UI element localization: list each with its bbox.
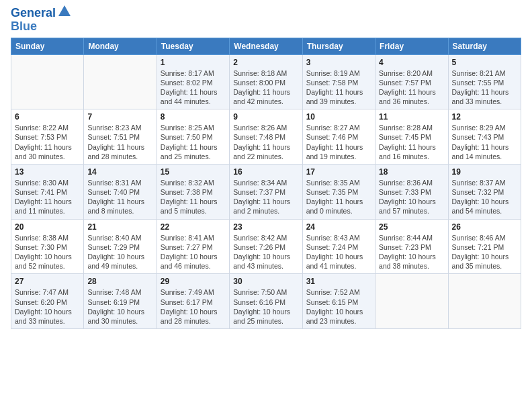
calendar-cell: 1Sunrise: 8:17 AM Sunset: 8:02 PM Daylig… [157, 54, 229, 109]
cell-info: Sunrise: 7:52 AM Sunset: 6:15 PM Dayligh… [306, 287, 371, 326]
svg-marker-0 [58, 5, 71, 16]
day-number: 22 [161, 222, 226, 232]
calendar-cell: 3Sunrise: 8:19 AM Sunset: 7:58 PM Daylig… [302, 54, 375, 109]
day-number: 28 [87, 277, 152, 286]
header: General Blue [11, 7, 521, 34]
cell-info: Sunrise: 8:28 AM Sunset: 7:45 PM Dayligh… [379, 123, 444, 161]
cell-info: Sunrise: 8:18 AM Sunset: 8:00 PM Dayligh… [233, 68, 298, 107]
weekday-header: Tuesday [157, 38, 229, 54]
day-number: 6 [15, 112, 80, 122]
cell-info: Sunrise: 7:50 AM Sunset: 6:16 PM Dayligh… [233, 287, 298, 326]
calendar-cell: 21Sunrise: 8:40 AM Sunset: 7:29 PM Dayli… [84, 219, 157, 274]
day-number: 27 [15, 277, 80, 286]
day-number: 21 [87, 222, 152, 232]
cell-info: Sunrise: 8:27 AM Sunset: 7:46 PM Dayligh… [306, 123, 371, 161]
cell-info: Sunrise: 8:32 AM Sunset: 7:38 PM Dayligh… [161, 178, 226, 216]
calendar-cell: 31Sunrise: 7:52 AM Sunset: 6:15 PM Dayli… [302, 274, 375, 329]
calendar-cell: 22Sunrise: 8:41 AM Sunset: 7:27 PM Dayli… [157, 219, 229, 274]
day-number: 23 [233, 222, 298, 232]
day-number: 2 [233, 58, 298, 67]
weekday-header: Wednesday [230, 38, 302, 54]
calendar-cell: 11Sunrise: 8:28 AM Sunset: 7:45 PM Dayli… [375, 109, 448, 165]
logo: General Blue [11, 7, 72, 34]
cell-info: Sunrise: 7:48 AM Sunset: 6:19 PM Dayligh… [87, 287, 152, 326]
day-number: 5 [452, 58, 517, 67]
calendar-cell: 6Sunrise: 8:22 AM Sunset: 7:53 PM Daylig… [11, 109, 84, 165]
cell-info: Sunrise: 8:20 AM Sunset: 7:57 PM Dayligh… [379, 68, 444, 107]
cell-info: Sunrise: 8:29 AM Sunset: 7:43 PM Dayligh… [452, 123, 517, 161]
day-number: 29 [161, 277, 226, 286]
calendar-cell: 19Sunrise: 8:37 AM Sunset: 7:32 PM Dayli… [448, 164, 521, 219]
day-number: 17 [306, 167, 371, 177]
cell-info: Sunrise: 7:49 AM Sunset: 6:17 PM Dayligh… [161, 287, 226, 326]
calendar-cell: 10Sunrise: 8:27 AM Sunset: 7:46 PM Dayli… [302, 109, 375, 165]
calendar-week-row: 20Sunrise: 8:38 AM Sunset: 7:30 PM Dayli… [11, 219, 521, 274]
calendar-cell: 9Sunrise: 8:26 AM Sunset: 7:48 PM Daylig… [230, 109, 302, 165]
calendar-cell: 8Sunrise: 8:25 AM Sunset: 7:50 PM Daylig… [157, 109, 229, 165]
calendar-cell: 27Sunrise: 7:47 AM Sunset: 6:20 PM Dayli… [11, 274, 84, 329]
calendar-cell: 20Sunrise: 8:38 AM Sunset: 7:30 PM Dayli… [11, 219, 84, 274]
cell-info: Sunrise: 8:38 AM Sunset: 7:30 PM Dayligh… [15, 233, 80, 271]
cell-info: Sunrise: 8:40 AM Sunset: 7:29 PM Dayligh… [87, 233, 152, 271]
day-number: 3 [306, 58, 371, 67]
calendar-cell: 12Sunrise: 8:29 AM Sunset: 7:43 PM Dayli… [448, 109, 521, 165]
weekday-header: Friday [375, 38, 448, 54]
calendar-cell: 13Sunrise: 8:30 AM Sunset: 7:41 PM Dayli… [11, 164, 84, 219]
weekday-header: Saturday [448, 38, 521, 54]
day-number: 26 [452, 222, 517, 232]
cell-info: Sunrise: 8:35 AM Sunset: 7:35 PM Dayligh… [306, 178, 371, 216]
calendar-cell [11, 54, 84, 109]
cell-info: Sunrise: 8:21 AM Sunset: 7:55 PM Dayligh… [452, 68, 517, 107]
day-number: 13 [15, 167, 80, 177]
day-number: 11 [379, 112, 444, 122]
day-number: 19 [452, 167, 517, 177]
calendar-cell: 4Sunrise: 8:20 AM Sunset: 7:57 PM Daylig… [375, 54, 448, 109]
weekday-header: Monday [84, 38, 157, 54]
calendar-cell [448, 274, 521, 329]
calendar-cell: 15Sunrise: 8:32 AM Sunset: 7:38 PM Dayli… [157, 164, 229, 219]
weekday-header-row: SundayMondayTuesdayWednesdayThursdayFrid… [11, 38, 521, 54]
calendar-week-row: 6Sunrise: 8:22 AM Sunset: 7:53 PM Daylig… [11, 109, 521, 165]
cell-info: Sunrise: 8:26 AM Sunset: 7:48 PM Dayligh… [233, 123, 298, 161]
cell-info: Sunrise: 7:47 AM Sunset: 6:20 PM Dayligh… [15, 287, 80, 326]
calendar-cell: 2Sunrise: 8:18 AM Sunset: 8:00 PM Daylig… [230, 54, 302, 109]
cell-info: Sunrise: 8:42 AM Sunset: 7:26 PM Dayligh… [233, 233, 298, 271]
day-number: 12 [452, 112, 517, 122]
logo-text-blue: Blue [11, 20, 37, 34]
day-number: 30 [233, 277, 298, 286]
calendar-week-row: 13Sunrise: 8:30 AM Sunset: 7:41 PM Dayli… [11, 164, 521, 219]
day-number: 31 [306, 277, 371, 286]
cell-info: Sunrise: 8:44 AM Sunset: 7:23 PM Dayligh… [379, 233, 444, 271]
cell-info: Sunrise: 8:46 AM Sunset: 7:21 PM Dayligh… [452, 233, 517, 271]
page: General Blue SundayMondayTuesdayWednesda… [0, 0, 532, 336]
day-number: 9 [233, 112, 298, 122]
calendar-cell [84, 54, 157, 109]
calendar: SundayMondayTuesdayWednesdayThursdayFrid… [11, 38, 521, 329]
day-number: 16 [233, 167, 298, 177]
day-number: 1 [161, 58, 226, 67]
calendar-cell: 14Sunrise: 8:31 AM Sunset: 7:40 PM Dayli… [84, 164, 157, 219]
cell-info: Sunrise: 8:36 AM Sunset: 7:33 PM Dayligh… [379, 178, 444, 216]
calendar-cell [375, 274, 448, 329]
cell-info: Sunrise: 8:43 AM Sunset: 7:24 PM Dayligh… [306, 233, 371, 271]
cell-info: Sunrise: 8:17 AM Sunset: 8:02 PM Dayligh… [161, 68, 226, 107]
calendar-cell: 24Sunrise: 8:43 AM Sunset: 7:24 PM Dayli… [302, 219, 375, 274]
weekday-header: Thursday [302, 38, 375, 54]
calendar-week-row: 1Sunrise: 8:17 AM Sunset: 8:02 PM Daylig… [11, 54, 521, 109]
cell-info: Sunrise: 8:34 AM Sunset: 7:37 PM Dayligh… [233, 178, 298, 216]
calendar-cell: 30Sunrise: 7:50 AM Sunset: 6:16 PM Dayli… [230, 274, 302, 329]
weekday-header: Sunday [11, 38, 84, 54]
calendar-cell: 17Sunrise: 8:35 AM Sunset: 7:35 PM Dayli… [302, 164, 375, 219]
cell-info: Sunrise: 8:30 AM Sunset: 7:41 PM Dayligh… [15, 178, 80, 216]
calendar-cell: 29Sunrise: 7:49 AM Sunset: 6:17 PM Dayli… [157, 274, 229, 329]
logo-text: General [11, 7, 56, 20]
day-number: 7 [87, 112, 152, 122]
cell-info: Sunrise: 8:19 AM Sunset: 7:58 PM Dayligh… [306, 68, 371, 107]
calendar-cell: 23Sunrise: 8:42 AM Sunset: 7:26 PM Dayli… [230, 219, 302, 274]
cell-info: Sunrise: 8:25 AM Sunset: 7:50 PM Dayligh… [161, 123, 226, 161]
calendar-cell: 5Sunrise: 8:21 AM Sunset: 7:55 PM Daylig… [448, 54, 521, 109]
calendar-week-row: 27Sunrise: 7:47 AM Sunset: 6:20 PM Dayli… [11, 274, 521, 329]
logo-icon [57, 4, 72, 19]
cell-info: Sunrise: 8:22 AM Sunset: 7:53 PM Dayligh… [15, 123, 80, 161]
day-number: 4 [379, 58, 444, 67]
